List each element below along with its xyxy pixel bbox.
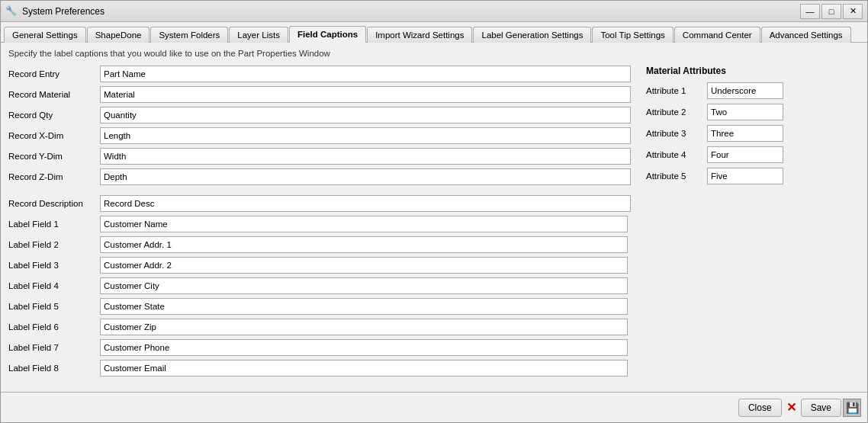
tab-tool-tip[interactable]: Tool Tip Settings [592,27,673,43]
tab-system-folders[interactable]: System Folders [150,27,228,43]
label-field-input-7[interactable] [100,360,628,377]
label-field-row-5: Label Field 6 [8,319,628,335]
x-icon: ✕ [786,400,796,415]
tab-shapedone[interactable]: ShapeDone [87,27,150,43]
tab-command-center[interactable]: Command Center [674,27,760,43]
label-field-row-1: Label Field 2 [8,236,628,253]
label-field-label-6: Label Field 7 [8,343,100,352]
attr-input-2[interactable] [707,125,783,142]
attr-label-0: Attribute 1 [646,86,707,95]
field-input-0[interactable] [100,66,631,82]
save-btn-area: Save 💾 [801,399,861,417]
attr-input-4[interactable] [707,168,783,184]
main-window: 🔧 System Preferences — □ ✕ General Setti… [0,0,868,423]
right-panel: Material Attributes Attribute 1Attribute… [646,66,860,380]
attr-row-0: Attribute 1 [646,82,860,99]
attr-row-2: Attribute 3 [646,125,860,142]
attr-input-1[interactable] [707,104,783,120]
field-row-1: Record Material [8,86,631,103]
desc-field-label: Record Description [8,199,100,208]
field-row-0: Record Entry [8,66,631,82]
tab-general[interactable]: General Settings [4,27,86,43]
field-label-2: Record Qty [8,111,100,120]
attr-input-0[interactable] [707,82,783,99]
minimize-button[interactable]: — [800,4,820,19]
label-field-row-0: Label Field 1 [8,216,628,232]
label-field-input-2[interactable] [100,257,628,274]
attr-label-3: Attribute 4 [646,150,707,159]
label-field-input-4[interactable] [100,298,628,315]
label-field-input-3[interactable] [100,277,628,294]
label-field-label-0: Label Field 1 [8,220,100,229]
attr-label-2: Attribute 3 [646,129,707,138]
title-bar: 🔧 System Preferences — □ ✕ [1,1,867,22]
field-label-0: Record Entry [8,69,100,79]
tab-label-generation[interactable]: Label Generation Settings [473,27,591,43]
attr-row-3: Attribute 4 [646,146,860,163]
label-field-row-2: Label Field 3 [8,257,628,274]
subtitle-text: Specify the label captions that you woul… [8,49,860,58]
field-input-2[interactable] [100,107,631,123]
field-label-5: Record Z-Dim [8,172,100,181]
save-button[interactable]: Save [801,399,841,417]
desc-field-row: Record Description [8,195,631,212]
attr-fields: Attribute 1Attribute 2Attribute 3Attribu… [646,82,860,184]
label-field-label-4: Label Field 5 [8,302,100,311]
field-input-1[interactable] [100,86,631,103]
field-row-5: Record Z-Dim [8,168,631,185]
tab-layer-lists[interactable]: Layer Lists [229,27,288,43]
label-field-row-7: Label Field 8 [8,360,628,377]
label-field-input-1[interactable] [100,236,628,253]
attr-row-1: Attribute 2 [646,104,860,120]
left-panel: Record EntryRecord MaterialRecord QtyRec… [8,66,631,380]
label-field-input-6[interactable] [100,339,628,356]
attr-input-3[interactable] [707,146,783,163]
attr-row-4: Attribute 5 [646,168,860,184]
window-title: System Preferences [22,6,104,17]
title-bar-left: 🔧 System Preferences [5,5,104,18]
label-field-input-0[interactable] [100,216,628,232]
save-disk-icon: 💾 [843,399,861,417]
field-label-1: Record Material [8,90,100,99]
content-area: Specify the label captions that you woul… [1,43,867,392]
main-grid: Record EntryRecord MaterialRecord QtyRec… [8,66,860,380]
tabs-bar: General SettingsShapeDoneSystem FoldersL… [1,22,867,43]
window-close-button[interactable]: ✕ [843,4,863,19]
tab-advanced-settings[interactable]: Advanced Settings [761,27,851,43]
window-controls: — □ ✕ [800,4,863,19]
field-row-2: Record Qty [8,107,631,123]
material-attrs-title: Material Attributes [646,66,860,76]
field-row-3: Record X-Dim [8,127,631,144]
tab-import-wizard[interactable]: Import Wizard Settings [367,27,472,43]
field-input-3[interactable] [100,127,631,144]
attr-label-4: Attribute 5 [646,171,707,181]
label-field-label-5: Label Field 6 [8,322,100,332]
attr-label-1: Attribute 2 [646,107,707,117]
close-button[interactable]: Close [738,399,782,417]
fixed-fields: Record EntryRecord MaterialRecord QtyRec… [8,66,631,185]
app-icon: 🔧 [5,5,18,18]
desc-field-input[interactable] [100,195,631,212]
label-field-label-3: Label Field 4 [8,281,100,290]
tab-field-captions[interactable]: Field Captions [289,26,366,43]
label-fields-container[interactable]: Label Field 1Label Field 2Label Field 3L… [8,216,631,380]
field-label-4: Record Y-Dim [8,152,100,161]
field-label-3: Record X-Dim [8,131,100,140]
label-field-label-2: Label Field 3 [8,261,100,270]
label-field-input-5[interactable] [100,319,628,335]
field-input-4[interactable] [100,148,631,165]
label-field-row-3: Label Field 4 [8,277,628,294]
field-input-5[interactable] [100,168,631,185]
maximize-button[interactable]: □ [821,4,841,19]
label-field-label-7: Label Field 8 [8,364,100,373]
bottom-bar: Close ✕ Save 💾 [1,392,867,422]
label-field-row-4: Label Field 5 [8,298,628,315]
label-field-row-6: Label Field 7 [8,339,628,356]
field-row-4: Record Y-Dim [8,148,631,165]
label-field-label-1: Label Field 2 [8,240,100,249]
